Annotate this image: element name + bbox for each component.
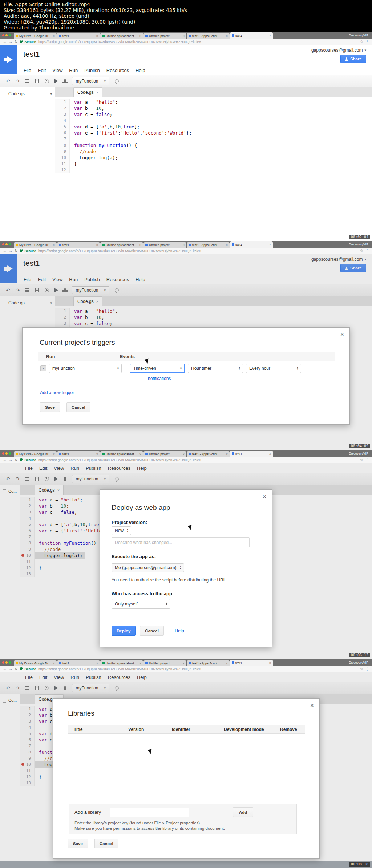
url-text[interactable]: https://script.google.com/d/1T7HqupXLbX3… bbox=[38, 40, 358, 44]
line-number[interactable]: 4 bbox=[55, 117, 70, 124]
tab-close-icon[interactable]: × bbox=[96, 452, 98, 456]
browser-tab[interactable]: test1 × bbox=[230, 451, 273, 457]
line-number[interactable]: 3 bbox=[55, 111, 70, 117]
tab-close-icon[interactable]: × bbox=[96, 34, 98, 38]
star-icon[interactable]: ☆ bbox=[360, 249, 363, 253]
url-text[interactable]: https://script.google.com/d/1T7HqupXLbX3… bbox=[38, 249, 358, 253]
notifications-link[interactable]: notifications bbox=[148, 376, 171, 381]
minimize-window-icon[interactable] bbox=[5, 661, 8, 664]
browser-tab[interactable]: My Drive - Google Drive × bbox=[14, 451, 57, 457]
browser-tab[interactable]: test1 × bbox=[57, 451, 100, 457]
execute-as-select[interactable]: Me (gappscourses@gmail.com) bbox=[112, 563, 184, 572]
close-icon[interactable]: × bbox=[96, 90, 98, 95]
maximize-window-icon[interactable] bbox=[9, 34, 11, 36]
debug-icon[interactable] bbox=[64, 79, 66, 83]
function-select[interactable]: myFunction▾ bbox=[72, 77, 109, 85]
browser-tab[interactable]: My Drive - Google Drive × bbox=[14, 33, 57, 39]
tab-close-icon[interactable]: × bbox=[53, 452, 55, 456]
tab-close-icon[interactable]: × bbox=[183, 243, 185, 247]
menu-item[interactable]: Publish bbox=[81, 68, 103, 73]
menu-overflow-icon[interactable]: ⋮ bbox=[365, 249, 369, 253]
cancel-button[interactable]: Cancel bbox=[94, 839, 118, 848]
run-icon[interactable] bbox=[54, 79, 58, 83]
account-menu[interactable]: gappscourses@gmail.com▾ bbox=[311, 48, 366, 53]
menu-item[interactable]: Resources bbox=[103, 68, 132, 73]
trigger-function-select[interactable]: myFunction bbox=[49, 364, 122, 373]
menu-item[interactable]: Run bbox=[66, 68, 81, 73]
share-button[interactable]: Share bbox=[340, 55, 366, 63]
editor-tab-codegs[interactable]: Code.gs × bbox=[73, 87, 102, 97]
star-icon[interactable]: ☆ bbox=[360, 667, 363, 671]
back-icon[interactable]: ← bbox=[3, 667, 7, 671]
execution-transcript-icon[interactable] bbox=[25, 79, 29, 83]
forward-icon[interactable]: → bbox=[9, 458, 12, 462]
browser-tab[interactable]: test1 × bbox=[57, 33, 100, 39]
close-icon[interactable]: × bbox=[340, 331, 344, 338]
browser-tab[interactable]: Untitled project × bbox=[143, 451, 186, 457]
browser-tab[interactable]: test1 - Apps Script × bbox=[187, 451, 230, 457]
tab-close-icon[interactable]: × bbox=[140, 661, 141, 665]
event-type-select[interactable]: Time-driven bbox=[130, 364, 185, 373]
cancel-button[interactable]: Cancel bbox=[140, 626, 164, 636]
menu-item[interactable]: File bbox=[20, 68, 35, 73]
browser-tab[interactable]: Untitled spreadsheet - Goog... × bbox=[100, 242, 143, 248]
line-number[interactable]: 1 bbox=[55, 99, 70, 105]
library-key-input[interactable] bbox=[110, 808, 189, 817]
access-select[interactable]: Only myself bbox=[112, 599, 170, 609]
help-link[interactable]: Help bbox=[175, 628, 184, 633]
browser-tab[interactable]: test1 × bbox=[230, 660, 273, 666]
browser-tab[interactable]: test1 - Apps Script × bbox=[187, 33, 230, 39]
browser-tab[interactable]: test1 × bbox=[57, 660, 100, 666]
line-number[interactable]: 2 bbox=[55, 105, 70, 111]
maximize-window-icon[interactable] bbox=[9, 243, 11, 245]
forward-icon[interactable]: → bbox=[9, 249, 12, 253]
save-button[interactable]: Save bbox=[40, 402, 60, 412]
back-icon[interactable]: ← bbox=[3, 40, 7, 44]
browser-tab[interactable]: test1 - Apps Script × bbox=[187, 660, 230, 666]
forward-icon[interactable]: → bbox=[9, 667, 12, 671]
browser-tab[interactable]: Untitled spreadsheet - Goog... × bbox=[100, 33, 143, 39]
tab-close-icon[interactable]: × bbox=[226, 452, 228, 456]
reload-icon[interactable]: ↻ bbox=[15, 667, 17, 671]
menu-item[interactable]: Edit bbox=[35, 68, 49, 73]
line-number[interactable]: 5 bbox=[55, 124, 70, 130]
add-button[interactable]: Add bbox=[233, 807, 253, 817]
add-trigger-link[interactable]: Add a new trigger bbox=[40, 390, 74, 395]
tab-close-icon[interactable]: × bbox=[96, 243, 98, 247]
maximize-window-icon[interactable] bbox=[9, 452, 11, 455]
browser-tab[interactable]: Untitled spreadsheet - Goog... × bbox=[100, 660, 143, 666]
line-number[interactable]: 8 bbox=[55, 142, 70, 148]
browser-tab[interactable]: test1 × bbox=[57, 242, 100, 248]
tab-close-icon[interactable]: × bbox=[96, 661, 98, 665]
star-icon[interactable]: ☆ bbox=[360, 40, 363, 44]
browser-tab[interactable]: test1 × bbox=[230, 32, 273, 39]
minimize-window-icon[interactable] bbox=[5, 452, 8, 455]
browser-tab[interactable]: test1 × bbox=[230, 241, 273, 248]
deploy-button[interactable]: Deploy bbox=[112, 626, 136, 636]
lightbulb-icon[interactable] bbox=[115, 79, 119, 83]
menu-overflow-icon[interactable]: ⋮ bbox=[365, 458, 369, 462]
version-description-input[interactable]: Describe what has changed... bbox=[112, 537, 250, 547]
tab-close-icon[interactable]: × bbox=[269, 661, 271, 665]
tab-close-icon[interactable]: × bbox=[53, 34, 55, 38]
minimize-window-icon[interactable] bbox=[5, 34, 8, 36]
tab-close-icon[interactable]: × bbox=[140, 452, 141, 456]
menu-overflow-icon[interactable]: ⋮ bbox=[365, 40, 369, 44]
reload-icon[interactable]: ↻ bbox=[15, 249, 17, 253]
timer-type-select[interactable]: Hour timer bbox=[188, 364, 243, 373]
browser-tab[interactable]: Untitled project × bbox=[143, 242, 186, 248]
menu-overflow-icon[interactable]: ⋮ bbox=[365, 667, 369, 671]
project-version-select[interactable]: New bbox=[112, 526, 131, 535]
tab-close-icon[interactable]: × bbox=[269, 452, 271, 456]
tab-close-icon[interactable]: × bbox=[269, 34, 271, 37]
back-icon[interactable]: ← bbox=[3, 458, 7, 462]
save-button[interactable]: Save bbox=[68, 839, 88, 848]
tab-close-icon[interactable]: × bbox=[183, 34, 185, 38]
close-window-icon[interactable] bbox=[2, 661, 4, 664]
line-number[interactable]: 12 bbox=[55, 167, 70, 173]
browser-tab[interactable]: My Drive - Google Drive × bbox=[14, 242, 57, 248]
tab-close-icon[interactable]: × bbox=[140, 34, 141, 38]
back-icon[interactable]: ← bbox=[3, 249, 7, 253]
close-icon[interactable]: × bbox=[310, 702, 314, 709]
line-number[interactable]: 6 bbox=[55, 130, 70, 136]
